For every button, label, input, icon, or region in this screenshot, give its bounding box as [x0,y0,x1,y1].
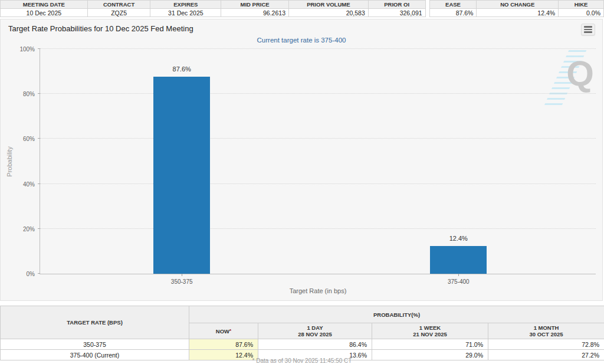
x-tick-mark [182,274,182,276]
mid-price-value: 96.2613 [221,9,289,17]
col-header-probability: PROBABILITY(%) [189,306,604,323]
col-header-no-change: NO CHANGE [477,1,559,9]
y-tick-mark [38,228,40,229]
x-category-label: 350-375 [171,278,193,285]
col-header-contract: CONTRACT [87,1,150,9]
x-category-label: 375-400 [448,278,470,285]
x-axis-title: Target Rate (in bps) [290,287,347,294]
col-header-1-month: 1 MONTH30 OCT 2025 [488,323,604,339]
y-tick-label: 60% [23,136,35,142]
chart-subtitle: Current target rate is 375-400 [1,37,602,44]
now-probability-cell: 87.6% [189,339,258,350]
probability-chart-panel: Target Rate Probabilities for 10 Dec 202… [0,19,603,301]
chart-title: Target Rate Probabilities for 10 Dec 202… [8,24,193,33]
y-gridline [40,48,596,49]
top-summary-bar: MEETING DATE CONTRACT EXPIRES MID PRICE … [0,0,604,17]
probability-history-table-wrap: TARGET RATE (BPS) PROBABILITY(%) NOW* 1 … [0,306,604,360]
meeting-date-value: 10 Dec 2025 [1,9,88,17]
hamburger-menu-icon [584,26,592,28]
rate-move-probability-table: EASE NO CHANGE HIKE 87.6% 12.4% 0.0% [429,0,604,17]
col-header-1-day: 1 DAY28 NOV 2025 [258,323,372,339]
col-header-hike: HIKE [559,1,604,9]
bar-value-label: 12.4% [449,235,468,242]
col-header-prior-volume: PRIOR VOLUME [288,1,368,9]
prior-oi-value: 326,091 [368,9,425,17]
month-probability-cell: 72.8% [488,339,604,350]
y-tick-label: 40% [23,181,35,188]
hamburger-menu-icon [584,29,592,31]
col-header-expires: EXPIRES [150,1,221,9]
ease-value: 87.6% [429,9,477,17]
table-row: 87.6% 12.4% 0.0% [429,9,603,17]
hike-value: 0.0% [559,9,604,17]
probability-bar [153,77,210,274]
probability-history-table: TARGET RATE (BPS) PROBABILITY(%) NOW* 1 … [0,306,604,360]
plot-area: Probability Target Rate (in bps) 0%20%40… [40,49,596,274]
bar-value-label: 87.6% [173,65,191,73]
y-tick-mark [38,48,40,49]
data-as-of-footnote: * Data as of 30 Nov 2025 11:45:50 CT [0,358,604,364]
y-gridline [40,183,596,184]
col-header-1-week: 1 WEEK21 NOV 2025 [372,323,488,339]
hamburger-menu-icon [584,31,592,33]
col-header-ease: EASE [429,1,477,9]
y-gridline [40,93,596,94]
col-header-now: NOW* [189,323,258,339]
target-rate-cell: 350-375 [1,339,189,350]
y-gridline [40,228,596,229]
y-axis-title: Probability [6,146,13,176]
y-tick-label: 20% [23,226,35,232]
table-row: 10 Dec 2025 ZQZ5 31 Dec 2025 96.2613 20,… [1,9,426,17]
y-tick-mark [38,138,40,139]
no-change-value: 12.4% [477,9,559,17]
col-header-prior-oi: PRIOR OI [368,1,425,9]
col-header-target-rate: TARGET RATE (BPS) [1,306,189,339]
col-header-mid-price: MID PRICE [221,1,289,9]
contract-value: ZQZ5 [87,9,150,17]
col-header-meeting-date: MEETING DATE [1,1,88,9]
table-row: 350-375 87.6% 86.4% 71.0% 72.8% [1,339,604,350]
contract-stats-table: MEETING DATE CONTRACT EXPIRES MID PRICE … [0,0,426,17]
day-probability-cell: 86.4% [258,339,372,350]
prior-volume-value: 20,583 [288,9,368,17]
y-tick-label: 80% [23,91,35,97]
week-probability-cell: 71.0% [372,339,488,350]
y-tick-mark [38,183,40,184]
probability-bar [430,246,487,274]
expires-value: 31 Dec 2025 [150,9,221,17]
chart-menu-button[interactable] [581,24,595,35]
y-tick-mark [38,93,40,94]
y-tick-mark [38,273,40,274]
y-tick-label: 100% [19,46,35,53]
x-tick-mark [458,274,459,276]
y-gridline [40,138,596,139]
y-tick-label: 0% [27,271,35,277]
footnote-asterisk: * [229,328,231,333]
